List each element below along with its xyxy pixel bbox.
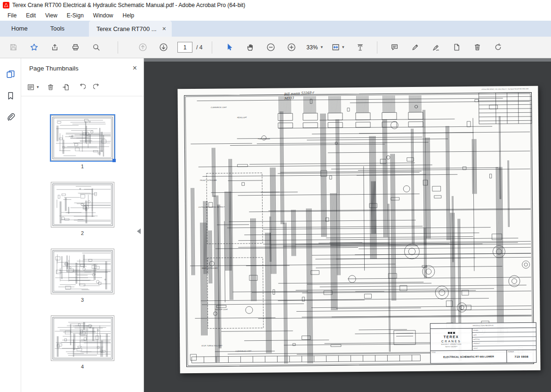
measure-tool-icon [356, 43, 365, 52]
extract-pages-icon [62, 83, 70, 91]
comment-button[interactable] [387, 40, 402, 55]
sign-button[interactable] [428, 40, 443, 55]
panel-header: Page Thumbnails × [21, 58, 144, 78]
chevron-down-icon: ▾ [37, 85, 39, 89]
operations-label: WAVERLY OPERATIONS [441, 343, 461, 345]
rotate-pages-button[interactable] [490, 40, 505, 55]
save-button[interactable] [6, 40, 21, 55]
schematic-label: STOP, TURN & TAILLIGHT [201, 345, 223, 347]
menu-bar: File Edit View E-Sign Window Help [0, 10, 551, 21]
title-label: TITLE [431, 352, 435, 353]
pencil-icon [411, 43, 420, 52]
zoom-level-dropdown[interactable]: 33% ▾ [303, 40, 326, 55]
mini-schematic [51, 182, 114, 227]
arrow-down-circle-icon [159, 43, 168, 52]
mini-schematic [51, 249, 114, 294]
schematic-label: CLEARANCE LIGHT [235, 350, 251, 352]
bookmark-icon [6, 91, 16, 101]
schematic-label: BACKUP LIGHT [215, 308, 228, 310]
thumbnail-page-1[interactable]: 1 [51, 115, 114, 169]
zoom-out-button[interactable] [263, 40, 278, 55]
favorite-button[interactable] [26, 40, 41, 55]
organize-pages-button[interactable] [449, 40, 464, 55]
panel-delete-button[interactable] [47, 83, 55, 91]
next-page-button[interactable] [156, 40, 171, 55]
toolbar-divider [377, 41, 377, 54]
menu-help[interactable]: Help [118, 10, 139, 21]
thumbnail-page-number: 2 [81, 230, 84, 236]
attachments-rail-button[interactable] [3, 110, 17, 124]
zoom-level-value: 33% [306, 44, 318, 51]
thumbnail-page-number: 4 [81, 364, 84, 369]
bookmarks-rail-button[interactable] [3, 88, 17, 102]
panel-title: Page Thumbnails [29, 65, 133, 72]
hand-icon [246, 43, 255, 52]
main-toolbar: 1 / 4 33% ▾ ▾ [0, 37, 551, 58]
acrobat-logo-icon [3, 2, 9, 8]
thumbnail-image [51, 182, 114, 227]
menu-file[interactable]: File [3, 10, 21, 21]
hand-tool-button[interactable] [242, 40, 257, 55]
company-name: TEREX [444, 335, 459, 339]
toolbar-divider [118, 41, 118, 54]
tab-close-icon[interactable]: × [162, 25, 166, 32]
menu-edit[interactable]: Edit [21, 10, 40, 21]
fountain-pen-icon [431, 43, 440, 52]
window-title: Terex Crane RT700 Electrical & Hydraulic… [12, 2, 245, 8]
panel-rotate-right-button[interactable] [93, 83, 101, 91]
title-block-fields: DRAWN DATE MATERIAL PRODUCT SCALE [472, 328, 536, 350]
organize-pages-icon [452, 43, 461, 52]
logo-squares [447, 332, 455, 334]
trash-icon [473, 43, 482, 52]
panel-rotate-left-button[interactable] [78, 83, 86, 91]
panel-options-button[interactable]: ▾ [27, 83, 39, 91]
zoom-in-button[interactable] [284, 40, 299, 55]
tab-tools[interactable]: Tools [39, 21, 76, 37]
panel-close-icon[interactable]: × [133, 64, 137, 72]
print-button[interactable] [68, 40, 83, 55]
menu-esign[interactable]: E-Sign [62, 10, 88, 21]
select-tool-button[interactable] [222, 40, 237, 55]
menu-view[interactable]: View [40, 10, 62, 21]
thumbnail-page-number: 1 [81, 164, 84, 169]
page-thumbnails-rail-button[interactable] [3, 67, 17, 81]
tab-home[interactable]: Home [0, 21, 39, 37]
terex-logo: TEREX CRANES WAVERLY OPERATIONS Waverly,… [431, 329, 472, 351]
toolbar-divider [212, 41, 212, 54]
pdf-page[interactable]: Bill mann 52268-r M333 CLEARANCE LIGHT H… [177, 86, 540, 374]
rotate-icon [494, 43, 503, 52]
panel-extract-button[interactable] [62, 83, 70, 91]
thumbnail-page-2[interactable]: 2 [51, 182, 114, 236]
comment-bubble-icon [390, 43, 399, 52]
search-icon [92, 43, 101, 52]
plus-circle-icon [287, 43, 296, 52]
acrobat-window: Terex Crane RT700 Electrical & Hydraulic… [0, 0, 551, 392]
thumbnail-image [51, 249, 114, 294]
tab-bar: Home Tools Terex Crane RT700 ... × [0, 21, 551, 37]
thumbnail-page-3[interactable]: 3 [51, 249, 114, 303]
schematic-label: CLEARANCE LIGHT [211, 106, 227, 108]
schematic-label: REAR OUTRIGGER [202, 267, 217, 269]
company-name-2: CRANES [441, 339, 461, 343]
panel-collapse-handle[interactable] [137, 228, 141, 234]
tab-document[interactable]: Terex Crane RT700 ... × [89, 21, 172, 37]
delete-pages-button[interactable] [470, 40, 485, 55]
share-button[interactable] [47, 40, 62, 55]
thumbnail-list: 1 2 3 4 [21, 96, 144, 392]
document-pane[interactable]: Bill mann 52268-r M333 CLEARANCE LIGHT H… [144, 58, 551, 392]
save-icon [9, 43, 18, 52]
tab-document-label: Terex Crane RT700 ... [96, 25, 157, 32]
menu-window[interactable]: Window [88, 10, 118, 21]
star-icon [30, 43, 39, 52]
page-count-label: / 4 [196, 44, 202, 51]
page-number-input[interactable]: 1 [177, 42, 192, 53]
measure-tool-button[interactable] [352, 40, 367, 55]
previous-page-button[interactable] [135, 40, 150, 55]
page-fit-dropdown[interactable]: ▾ [329, 40, 346, 55]
mini-schematic [51, 316, 114, 361]
thumbnail-page-4[interactable]: 4 [51, 315, 114, 369]
fill-sign-button[interactable] [407, 40, 423, 55]
drawing-title: ELECTRICAL SCHEMATIC RT 665 LOWER [442, 355, 495, 358]
thumbnail-page-number: 3 [81, 297, 84, 303]
search-button[interactable] [88, 40, 104, 55]
